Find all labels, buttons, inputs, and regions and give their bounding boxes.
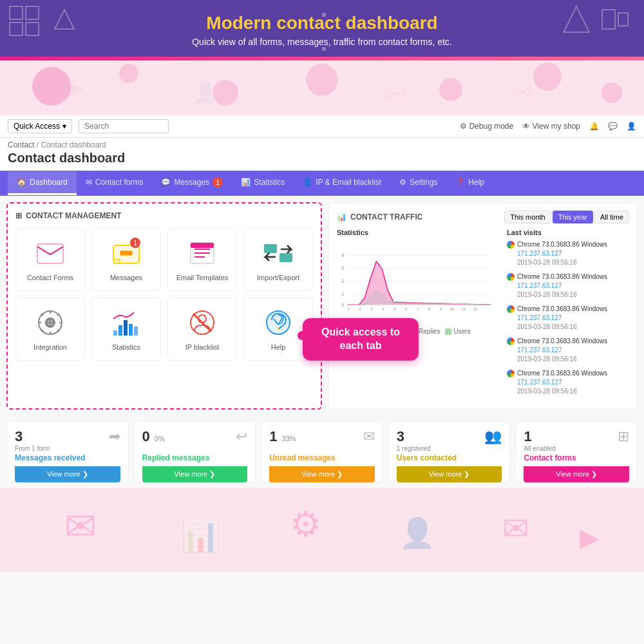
chart-title: Statistics	[337, 229, 500, 236]
tile-ip-blacklist-label: IP blacklist	[185, 343, 219, 351]
svg-point-13	[601, 82, 622, 103]
grid-stat-icon: ⊞	[618, 428, 629, 445]
messages-icon[interactable]: 💬	[608, 122, 618, 131]
gear-icon: ⚙	[460, 122, 467, 131]
tab-dashboard[interactable]: 🏠 Dashboard	[8, 171, 77, 195]
stat-label-main: Replied messages	[142, 453, 248, 462]
legend-users: Users	[445, 328, 470, 335]
unread-envelope-icon: ✉	[363, 428, 375, 445]
view-more-unread[interactable]: View more ❯	[269, 466, 375, 482]
svg-text:▶: ▶	[64, 73, 84, 101]
stat-top: 3 1 registered 👥	[397, 428, 502, 452]
view-more-users[interactable]: View more ❯	[397, 466, 502, 482]
stat-number: 1	[524, 428, 531, 445]
user-block-icon: 👤	[303, 178, 312, 187]
chart-area: Statistics 4 3 2 1 0	[337, 229, 629, 401]
svg-text:4: 4	[382, 307, 384, 311]
home-icon: 🏠	[17, 178, 26, 187]
top-nav: Quick Access ▾ ⚙ Debug mode 👁 View my sh…	[0, 115, 644, 138]
svg-text:3: 3	[370, 307, 373, 311]
icon-grid: Contact Forms 1	[15, 228, 313, 361]
stat-label-top: 1 registered	[397, 445, 431, 452]
chrome-icon	[507, 370, 515, 377]
stat-percent: 0%	[155, 435, 165, 442]
tab-statistics[interactable]: 📊 Statistics	[232, 171, 294, 195]
tab-settings[interactable]: ⚙ Settings	[390, 171, 446, 195]
tile-help-label: Help	[271, 343, 286, 351]
integration-icon	[35, 307, 66, 338]
stat-label-main: Messages received	[15, 453, 120, 462]
tab-messages[interactable]: 💬 Messages 1	[152, 171, 232, 196]
user-icon[interactable]: 👤	[627, 122, 636, 131]
breadcrumb-current: Contact dashboard	[41, 140, 106, 149]
svg-rect-37	[129, 324, 133, 336]
stats-row: 3 From 1 form ➡ Messages received View m…	[0, 416, 644, 488]
tab-help[interactable]: ❓ Help	[446, 171, 493, 195]
visit-item: Chrome 73.0.3683.86 Windows 171.237.63.1…	[507, 337, 629, 364]
svg-rect-34	[113, 330, 117, 336]
top-nav-right: ⚙ Debug mode 👁 View my shop 🔔 💬 👤	[460, 122, 636, 131]
chrome-icon	[507, 305, 515, 313]
chat-icon: 💬	[161, 178, 171, 187]
import-export-icon	[263, 238, 294, 269]
view-more-replied[interactable]: View more ❯	[142, 466, 248, 482]
header-banner: Modern contact dashboard Quick view of a…	[0, 0, 644, 57]
svg-rect-30	[279, 253, 292, 262]
svg-text:✉: ✉	[502, 511, 529, 547]
contact-forms-icon	[35, 238, 66, 269]
svg-text:5: 5	[393, 307, 396, 311]
stat-number: 3	[15, 428, 23, 445]
svg-point-11	[439, 78, 462, 101]
svg-rect-2	[10, 23, 23, 35]
svg-text:7: 7	[417, 307, 419, 311]
stat-card-replied: 0 0% ↩ Replied messages View more ❯	[134, 421, 256, 483]
view-more-contact-forms[interactable]: View more ❯	[524, 466, 629, 482]
tile-contact-forms[interactable]: Contact Forms	[15, 228, 85, 291]
filter-this-year[interactable]: This year	[553, 211, 593, 223]
quick-access-tooltip: Quick access to each tab	[303, 318, 419, 361]
visit-item: Chrome 73.0.3683.86 Windows 171.237.63.1…	[507, 272, 629, 299]
tile-statistics[interactable]: Statistics	[91, 298, 161, 361]
stat-label-top	[142, 445, 165, 452]
contact-mgmt-title: ⊞ CONTACT MANAGEMENT	[15, 211, 313, 220]
svg-rect-28	[191, 243, 214, 248]
view-more-messages-received[interactable]: View more ❯	[15, 466, 120, 482]
stat-top: 1 33% ✉	[269, 428, 375, 452]
search-input[interactable]	[79, 119, 169, 133]
statistics-icon	[111, 307, 142, 338]
tab-contact-forms[interactable]: ✉ Contact forms	[77, 171, 153, 195]
stat-top: 0 0% ↩	[142, 428, 248, 452]
tile-email-templates[interactable]: Email Templates	[167, 228, 237, 291]
filter-all-time[interactable]: All time	[594, 211, 629, 223]
svg-point-10	[306, 64, 338, 96]
svg-text:2: 2	[359, 307, 361, 311]
stat-number: 1	[269, 428, 277, 445]
visit-info: Chrome 73.0.3683.86 Windows 171.237.63.1…	[517, 337, 607, 364]
tile-ip-blacklist[interactable]: IP blacklist	[167, 298, 237, 361]
tile-contact-forms-label: Contact Forms	[27, 274, 73, 281]
email-templates-icon	[187, 238, 218, 269]
messages-tile-icon: 1	[111, 238, 142, 269]
filter-this-month[interactable]: This month	[504, 211, 551, 223]
tile-import-export[interactable]: Import/Export	[243, 228, 313, 291]
svg-rect-36	[124, 320, 128, 336]
stat-card-unread: 1 33% ✉ Unread messages View more ❯	[261, 421, 383, 483]
svg-rect-3	[26, 23, 39, 35]
tile-import-export-label: Import/Export	[257, 274, 299, 281]
breadcrumb-contact[interactable]: Contact	[8, 140, 34, 149]
tile-integration[interactable]: Integration	[15, 298, 85, 361]
stat-percent: 33%	[281, 435, 296, 442]
notifications-icon[interactable]: 🔔	[589, 122, 599, 131]
stat-card-users: 3 1 registered 👥 Users contacted View mo…	[388, 421, 511, 483]
svg-point-23	[128, 251, 133, 256]
view-shop[interactable]: 👁 View my shop	[522, 122, 580, 131]
tile-messages[interactable]: 1 Messages	[91, 228, 161, 291]
debug-mode[interactable]: ⚙ Debug mode	[460, 122, 513, 131]
visit-info: Chrome 73.0.3683.86 Windows 171.237.63.1…	[517, 272, 607, 299]
tab-blacklist[interactable]: 👤 IP & Email blacklist	[294, 171, 390, 195]
visit-info: Chrome 73.0.3683.86 Windows 171.237.63.1…	[517, 369, 607, 396]
quick-access-button[interactable]: Quick Access ▾	[8, 119, 72, 133]
tile-messages-label: Messages	[110, 274, 142, 281]
traffic-header: 📊 CONTACT TRAFFIC This month This year A…	[337, 211, 629, 223]
traffic-panel: 📊 CONTACT TRAFFIC This month This year A…	[328, 202, 638, 410]
